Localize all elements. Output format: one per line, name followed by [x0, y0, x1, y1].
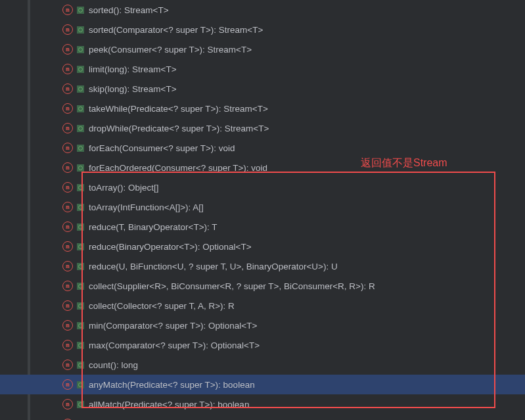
method-row[interactable]: mreduce(U, BiFunction<U, ? super T, U>, … [0, 256, 525, 276]
modifier-icon [77, 283, 84, 290]
method-icon: m [62, 222, 73, 232]
method-label: collect(Collector<? super T, A, R>): R [89, 301, 235, 311]
method-icon: m [62, 360, 73, 370]
method-icon: m [62, 83, 73, 94]
modifier-icon [77, 66, 84, 73]
method-icon: m [62, 340, 73, 350]
method-label: allMatch(Predicate<? super T>): boolean [89, 400, 249, 409]
method-icon: m [62, 44, 73, 55]
modifier-icon [77, 243, 84, 250]
method-row[interactable]: manyMatch(Predicate<? super T>): boolean [0, 375, 525, 394]
modifier-icon [77, 105, 84, 112]
method-row[interactable]: mlimit(long): Stream<T> [0, 59, 525, 79]
modifier-icon [77, 322, 84, 329]
method-label: reduce(U, BiFunction<U, ? super T, U>, B… [89, 262, 338, 271]
modifier-icon [77, 381, 84, 388]
modifier-icon [77, 401, 84, 408]
method-row[interactable]: mreduce(T, BinaryOperator<T>): T [0, 217, 525, 237]
method-row[interactable]: mallMatch(Predicate<? super T>): boolean [0, 394, 525, 414]
method-label: forEach(Consumer<? super T>): void [89, 143, 235, 153]
method-label: count(): long [89, 360, 138, 370]
method-row[interactable]: mnoneMatch(Predicate<? super T>): boolea… [0, 414, 525, 420]
modifier-icon [77, 164, 84, 172]
modifier-icon [77, 362, 84, 369]
method-label: dropWhile(Predicate<? super T>): Stream<… [89, 124, 269, 133]
method-icon: m [62, 143, 73, 153]
method-icon: m [62, 399, 73, 409]
method-row[interactable]: mtoArray(IntFunction<A[]>): A[] [0, 197, 525, 217]
method-row[interactable]: mtoArray(): Object[] [0, 177, 525, 197]
method-row[interactable]: mreduce(BinaryOperator<T>): Optional<T> [0, 237, 525, 256]
structure-method-list: msorted(): Stream<T>msorted(Comparator<?… [0, 0, 525, 420]
method-label: toArray(): Object[] [89, 183, 159, 193]
method-icon: m [62, 182, 73, 193]
method-label: anyMatch(Predicate<? super T>): boolean [89, 380, 255, 390]
method-row[interactable]: mmax(Comparator<? super T>): Optional<T> [0, 335, 525, 355]
method-icon: m [62, 162, 73, 173]
modifier-icon [77, 46, 84, 53]
method-icon: m [62, 261, 73, 271]
modifier-icon [77, 223, 84, 231]
modifier-icon [77, 342, 84, 349]
method-icon: m [62, 379, 73, 390]
method-row[interactable]: mskip(long): Stream<T> [0, 79, 525, 99]
method-row[interactable]: mcollect(Supplier<R>, BiConsumer<R, ? su… [0, 276, 525, 296]
method-label: collect(Supplier<R>, BiConsumer<R, ? sup… [89, 281, 375, 291]
method-row[interactable]: mdropWhile(Predicate<? super T>): Stream… [0, 118, 525, 138]
method-icon: m [62, 300, 73, 311]
method-icon: m [62, 281, 73, 291]
method-icon: m [62, 123, 73, 133]
method-label: skip(long): Stream<T> [89, 84, 177, 94]
method-icon: m [62, 64, 73, 74]
method-row[interactable]: mcount(): long [0, 355, 525, 375]
method-icon: m [62, 320, 73, 331]
method-icon: m [62, 202, 73, 212]
method-label: limit(long): Stream<T> [89, 64, 177, 74]
annotation-text: 返回值不是Stream [361, 156, 447, 170]
method-icon: m [62, 24, 73, 35]
method-row[interactable]: mforEach(Consumer<? super T>): void [0, 138, 525, 158]
modifier-icon [77, 204, 84, 211]
method-row[interactable]: mtakeWhile(Predicate<? super T>): Stream… [0, 99, 525, 118]
method-label: sorted(): Stream<T> [89, 5, 169, 15]
method-label: toArray(IntFunction<A[]>): A[] [89, 202, 204, 212]
method-row[interactable]: mmin(Comparator<? super T>): Optional<T> [0, 315, 525, 335]
method-label: forEachOrdered(Consumer<? super T>): voi… [89, 163, 267, 173]
method-icon: m [62, 241, 73, 252]
method-label: reduce(BinaryOperator<T>): Optional<T> [89, 242, 252, 252]
method-row[interactable]: msorted(Comparator<? super T>): Stream<T… [0, 20, 525, 39]
method-row[interactable]: mcollect(Collector<? super T, A, R>): R [0, 296, 525, 315]
modifier-icon [77, 7, 84, 14]
method-row[interactable]: msorted(): Stream<T> [0, 0, 525, 20]
method-icon: m [62, 103, 73, 114]
modifier-icon [77, 85, 84, 93]
method-row[interactable]: mpeek(Consumer<? super T>): Stream<T> [0, 39, 525, 59]
method-label: peek(Consumer<? super T>): Stream<T> [89, 45, 252, 55]
modifier-icon [77, 302, 84, 310]
method-label: min(Comparator<? super T>): Optional<T> [89, 321, 257, 331]
method-label: reduce(T, BinaryOperator<T>): T [89, 222, 217, 232]
modifier-icon [77, 145, 84, 152]
method-label: takeWhile(Predicate<? super T>): Stream<… [89, 104, 268, 114]
modifier-icon [77, 125, 84, 132]
modifier-icon [77, 184, 84, 191]
method-icon: m [62, 5, 73, 15]
method-label: sorted(Comparator<? super T>): Stream<T> [89, 25, 263, 35]
modifier-icon [77, 26, 84, 34]
method-label: max(Comparator<? super T>): Optional<T> [89, 340, 260, 350]
modifier-icon [77, 263, 84, 270]
